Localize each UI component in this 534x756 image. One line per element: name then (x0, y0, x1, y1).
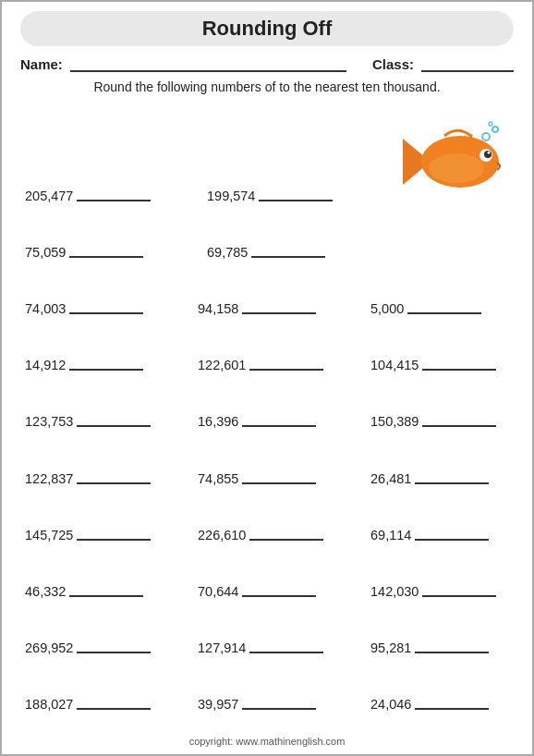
problem-item: 142,030 (370, 582, 509, 599)
problem-item: 26,481 (370, 469, 509, 486)
problem-item: 14,912 (25, 356, 164, 372)
problem-item: 269,952 (25, 639, 164, 655)
answer-line[interactable] (415, 639, 489, 653)
answer-line[interactable] (242, 582, 316, 597)
problem-item: 94,158 (198, 299, 336, 316)
page-title: Rounding Off (39, 17, 495, 41)
problem-number: 24,046 (370, 697, 411, 712)
problem-number: 150,389 (370, 414, 419, 429)
problem-item: 123,753 (25, 412, 164, 429)
name-label: Name: (20, 56, 63, 72)
problem-item: 226,610 (198, 526, 336, 543)
problem-item: 127,914 (198, 639, 336, 655)
problem-row: 123,75316,396150,389 (20, 412, 514, 429)
answer-line[interactable] (242, 469, 316, 484)
answer-line[interactable] (422, 356, 496, 371)
problem-number: 95,281 (370, 640, 411, 655)
answer-line[interactable] (422, 412, 496, 427)
svg-point-5 (488, 151, 491, 153)
problem-number: 39,957 (198, 697, 238, 712)
problem-item: 104,415 (370, 356, 509, 372)
problem-item: 122,601 (198, 356, 336, 372)
answer-line[interactable] (251, 243, 325, 258)
problem-number: 26,481 (370, 471, 411, 486)
problem-number: 226,610 (198, 528, 246, 543)
name-line (70, 55, 346, 72)
answer-line[interactable] (242, 695, 316, 710)
problem-item: 69,114 (370, 526, 509, 543)
problem-item: 16,396 (198, 412, 336, 429)
problem-number: 142,030 (370, 584, 419, 599)
svg-point-8 (489, 122, 492, 126)
problem-number: 46,332 (25, 584, 66, 599)
answer-line[interactable] (415, 469, 489, 484)
answer-line[interactable] (69, 356, 143, 371)
title-bar: Rounding Off (20, 11, 514, 46)
problem-number: 75,059 (25, 245, 66, 260)
answer-line[interactable] (242, 412, 316, 427)
answer-line[interactable] (415, 526, 489, 541)
problem-number: 70,644 (198, 584, 238, 599)
problem-row: 74,00394,1585,000 (20, 299, 514, 316)
answer-line[interactable] (415, 695, 489, 710)
problem-row: 205,477199,574 (20, 120, 514, 203)
svg-point-2 (429, 153, 484, 183)
answer-line[interactable] (77, 469, 151, 484)
answer-line[interactable] (77, 695, 151, 710)
answer-line[interactable] (242, 299, 316, 314)
problem-number: 69,785 (207, 245, 248, 260)
problem-number: 5,000 (370, 301, 404, 316)
problem-item: 74,855 (198, 469, 336, 486)
fish-illustration (389, 120, 509, 203)
problem-row: 46,33270,644142,030 (20, 582, 514, 599)
answer-line[interactable] (77, 412, 151, 427)
problem-number: 16,396 (198, 414, 238, 429)
svg-point-6 (482, 133, 490, 140)
class-label: Class: (372, 56, 414, 72)
problems-area: 205,477199,574 (20, 100, 514, 732)
answer-line[interactable] (77, 526, 151, 541)
answer-line[interactable] (77, 187, 151, 201)
answer-line[interactable] (249, 526, 323, 541)
problem-item: 74,003 (25, 299, 164, 316)
answer-line[interactable] (422, 582, 496, 597)
problem-number: 74,003 (25, 301, 66, 316)
answer-line[interactable] (77, 639, 151, 653)
problem-number: 188,027 (25, 697, 73, 712)
problem-item: 5,000 (370, 299, 509, 316)
problem-number: 122,601 (198, 358, 246, 372)
problem-number: 145,725 (25, 528, 73, 543)
answer-line[interactable] (259, 187, 333, 201)
answer-line[interactable] (69, 582, 143, 597)
problem-item: 150,389 (370, 412, 509, 429)
problem-item: 122,837 (25, 469, 164, 486)
problem-item: 188,027 (25, 695, 164, 712)
problem-row: 14,912122,601104,415 (20, 356, 514, 372)
answer-line[interactable] (249, 356, 323, 371)
svg-point-7 (492, 127, 498, 132)
answer-line[interactable] (69, 299, 143, 314)
problem-item: 75,059 (25, 243, 164, 260)
problem-item: 199,574 (207, 187, 346, 203)
problem-number: 127,914 (198, 640, 246, 655)
instruction-text: Round the following numbers of to the ne… (20, 79, 514, 94)
answer-line[interactable] (249, 639, 323, 653)
problem-number: 269,952 (25, 640, 73, 655)
problem-number: 123,753 (25, 414, 73, 429)
answer-line[interactable] (407, 299, 481, 314)
worksheet-page: Rounding Off Name: Class: Round the foll… (0, 0, 534, 756)
class-line (421, 55, 514, 72)
problem-item: 46,332 (25, 582, 164, 599)
problem-row: 269,952127,91495,281 (20, 639, 514, 655)
copyright-text: copyright: www.mathinenglish.com (20, 736, 514, 747)
fish-icon (394, 120, 504, 203)
answer-line[interactable] (69, 243, 143, 258)
problem-item: 95,281 (370, 639, 509, 655)
problem-item: 39,957 (198, 695, 336, 712)
problem-number: 199,574 (207, 189, 255, 203)
problem-number: 69,114 (370, 528, 411, 543)
problem-number: 205,477 (25, 189, 73, 203)
problem-row: 122,83774,85526,481 (20, 469, 514, 486)
problem-item: 145,725 (25, 526, 164, 543)
problem-item: 205,477 (25, 187, 164, 203)
